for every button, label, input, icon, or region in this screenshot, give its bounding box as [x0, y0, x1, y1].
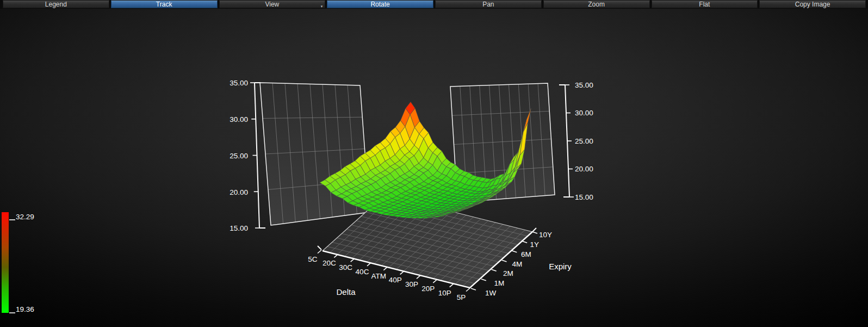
vol-surface-3d-chart[interactable]: 35.00 30.00 25.00 20.00 15.00 35.00 30.0… — [0, 0, 868, 327]
toolbar-button-label: Legend — [45, 1, 67, 8]
z-tick-label: 35.00 — [230, 79, 248, 87]
x-tick-label: 30C — [339, 263, 352, 272]
x-tick-label: 10P — [438, 289, 451, 297]
z-tick-label: 25.00 — [230, 152, 248, 160]
dropdown-arrow-icon[interactable]: ▾ — [321, 3, 323, 10]
z-tick-label: 30.00 — [575, 109, 593, 117]
x-tick-label: 40C — [356, 268, 369, 276]
y-tick-label: 6M — [521, 250, 531, 258]
x-axis-title: Delta — [336, 287, 356, 297]
x-tick-label: 5C — [308, 255, 318, 263]
colorbar-min-label: 19.36 — [16, 305, 34, 313]
toolbar-button-rotate[interactable]: Rotate — [327, 1, 433, 8]
z-tick-label: 35.00 — [575, 81, 593, 89]
toolbar-button-view[interactable]: View▾ — [219, 1, 326, 8]
toolbar-button-label: View — [265, 1, 279, 8]
toolbar-button-pan[interactable]: Pan — [435, 1, 542, 8]
y-tick-label: 1Y — [530, 240, 540, 249]
y-axis-title: Expiry — [549, 262, 572, 271]
y-tick-label: 1W — [485, 289, 497, 297]
toolbar-button-zoom[interactable]: Zoom — [543, 1, 650, 8]
toolbar: LegendTrackView▾RotatePanZoomFlatCopy Im… — [0, 0, 868, 9]
colorbar-gradient — [2, 212, 9, 313]
x-tick-label: 20P — [421, 285, 435, 293]
x-tick-label: 30P — [405, 280, 418, 288]
z-tick-label: 20.00 — [230, 188, 248, 196]
y-tick-label: 4M — [512, 260, 523, 268]
toolbar-button-label: Pan — [482, 1, 494, 8]
z-tick-label: 20.00 — [575, 165, 593, 173]
z-tick-label: 30.00 — [230, 115, 248, 124]
toolbar-button-label: Flat — [699, 1, 710, 8]
app-window: LegendTrackView▾RotatePanZoomFlatCopy Im… — [0, 0, 868, 327]
toolbar-button-flat[interactable]: Flat — [652, 1, 758, 8]
toolbar-button-label: Track — [156, 1, 172, 8]
x-tick-label: 20C — [323, 259, 336, 267]
z-tick-label: 15.00 — [575, 193, 593, 201]
colorbar-max-label: 32.29 — [16, 213, 34, 221]
x-tick-label: 40P — [389, 276, 402, 284]
toolbar-button-copy-image[interactable]: Copy Image — [759, 1, 866, 8]
toolbar-button-label: Rotate — [370, 1, 389, 8]
toolbar-button-label: Zoom — [588, 1, 605, 8]
y-tick-label: 2M — [503, 269, 513, 277]
x-tick-label: 5P — [457, 293, 466, 301]
z-tick-label: 15.00 — [230, 224, 248, 232]
x-tick-label: ATM — [371, 272, 387, 280]
toolbar-button-legend[interactable]: Legend — [3, 1, 109, 8]
z-tick-label: 25.00 — [575, 137, 593, 145]
toolbar-button-track[interactable]: Track — [111, 1, 218, 8]
y-tick-label: 10Y — [539, 231, 552, 239]
y-tick-label: 1M — [494, 279, 505, 287]
toolbar-button-label: Copy Image — [795, 1, 830, 8]
